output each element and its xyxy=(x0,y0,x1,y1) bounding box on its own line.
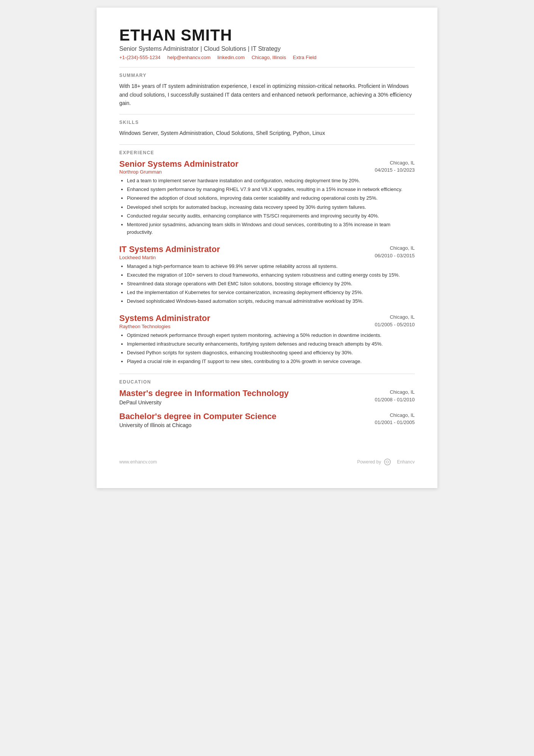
location: Chicago, Illinois xyxy=(251,55,286,60)
phone: +1-(234)-555-1234 xyxy=(119,55,161,60)
header: ETHAN SMITH Senior Systems Administrator… xyxy=(119,27,415,60)
bullet: Executed the migration of 100+ servers t… xyxy=(127,271,415,279)
skills-section-title: SKILLS xyxy=(119,120,415,125)
summary-divider xyxy=(119,114,415,114)
email: help@enhancv.com xyxy=(167,55,211,60)
bullet: Led the implementation of Kubernetes for… xyxy=(127,289,415,296)
bullet: Managed a high-performance team to achie… xyxy=(127,263,415,270)
header-contacts: +1-(234)-555-1234 help@enhancv.com linke… xyxy=(119,55,415,60)
footer-website: www.enhancv.com xyxy=(119,459,157,465)
exp-header: Senior Systems Administrator Northrop Gr… xyxy=(119,159,415,177)
exp-header: IT Systems Administrator Lockheed Martin… xyxy=(119,244,415,262)
skills-text: Windows Server, System Administration, C… xyxy=(119,129,415,137)
bullet: Led a team to implement server hardware … xyxy=(127,177,415,185)
exp-title-1: Senior Systems Administrator Northrop Gr… xyxy=(119,159,239,177)
bullet: Mentored junior sysadmins, advancing tea… xyxy=(127,221,415,236)
education-item: Master's degree in Information Technolog… xyxy=(119,388,415,405)
education-section-title: EDUCATION xyxy=(119,379,415,385)
candidate-title: Senior Systems Administrator | Cloud Sol… xyxy=(119,45,415,52)
education-section: EDUCATION Master's degree in Information… xyxy=(119,379,415,428)
exp-bullets-2: Managed a high-performance team to achie… xyxy=(119,263,415,305)
skills-section: SKILLS Windows Server, System Administra… xyxy=(119,120,415,137)
experience-divider xyxy=(119,374,415,374)
bullet: Devised Python scripts for system diagno… xyxy=(127,349,415,357)
footer: www.enhancv.com Powered by Enhancv xyxy=(119,459,415,465)
exp-header: Systems Administrator Raytheon Technolog… xyxy=(119,313,415,331)
bullet: Conducted regular security audits, enhan… xyxy=(127,212,415,220)
svg-point-0 xyxy=(384,459,390,465)
exp-location-date-3: Chicago, IL 01/2005 - 05/2010 xyxy=(375,313,415,328)
exp-title-3: Systems Administrator Raytheon Technolog… xyxy=(119,313,210,331)
bullet: Implemented infrastructure security enha… xyxy=(127,340,415,348)
exp-title-2: IT Systems Administrator Lockheed Martin xyxy=(119,244,220,262)
exp-location-date-2: Chicago, IL 06/2010 - 03/2015 xyxy=(375,244,415,259)
experience-item: Systems Administrator Raytheon Technolog… xyxy=(119,313,415,365)
summary-section-title: SUMMARY xyxy=(119,73,415,78)
bullet: Devised sophisticated Windows-based auto… xyxy=(127,297,415,305)
bullet: Optimized network performance through ex… xyxy=(127,332,415,339)
summary-text: With 18+ years of IT system administrati… xyxy=(119,82,415,107)
exp-bullets-1: Led a team to implement server hardware … xyxy=(119,177,415,236)
edu-location-date-2: Chicago, IL 01/2001 - 01/2005 xyxy=(375,412,415,426)
bullet: Played a crucial role in expanding IT su… xyxy=(127,358,415,365)
bullet: Streamlined data storage operations with… xyxy=(127,280,415,288)
powered-by: Powered by Enhancv xyxy=(357,459,415,465)
edu-header-1: Master's degree in Information Technolog… xyxy=(119,388,415,405)
experience-section: EXPERIENCE Senior Systems Administrator … xyxy=(119,150,415,365)
exp-bullets-3: Optimized network performance through ex… xyxy=(119,332,415,366)
experience-item: IT Systems Administrator Lockheed Martin… xyxy=(119,244,415,305)
experience-item: Senior Systems Administrator Northrop Gr… xyxy=(119,159,415,236)
edu-header-2: Bachelor's degree in Computer Science Un… xyxy=(119,412,415,428)
header-divider xyxy=(119,67,415,67)
extra-field: Extra Field xyxy=(293,55,316,60)
bullet: Developed shell scripts for automated ba… xyxy=(127,203,415,211)
bullet: Pioneered the adoption of cloud solution… xyxy=(127,194,415,202)
linkedin: linkedin.com xyxy=(217,55,245,60)
bullet: Enhanced system performance by managing … xyxy=(127,186,415,193)
skills-divider xyxy=(119,144,415,145)
edu-location-date-1: Chicago, IL 01/2008 - 01/2010 xyxy=(375,388,415,403)
edu-left-2: Bachelor's degree in Computer Science Un… xyxy=(119,412,276,428)
exp-location-date-1: Chicago, IL 04/2015 - 10/2023 xyxy=(375,159,415,174)
candidate-name: ETHAN SMITH xyxy=(119,27,415,44)
summary-section: SUMMARY With 18+ years of IT system admi… xyxy=(119,73,415,107)
powered-by-label: Powered by xyxy=(357,459,381,465)
enhancv-logo: Enhancv xyxy=(384,459,415,465)
enhancv-logo-icon xyxy=(384,459,395,465)
resume-page: ETHAN SMITH Senior Systems Administrator… xyxy=(97,8,437,488)
experience-section-title: EXPERIENCE xyxy=(119,150,415,155)
education-item: Bachelor's degree in Computer Science Un… xyxy=(119,412,415,428)
brand-name: Enhancv xyxy=(397,459,415,465)
edu-left-1: Master's degree in Information Technolog… xyxy=(119,388,289,405)
